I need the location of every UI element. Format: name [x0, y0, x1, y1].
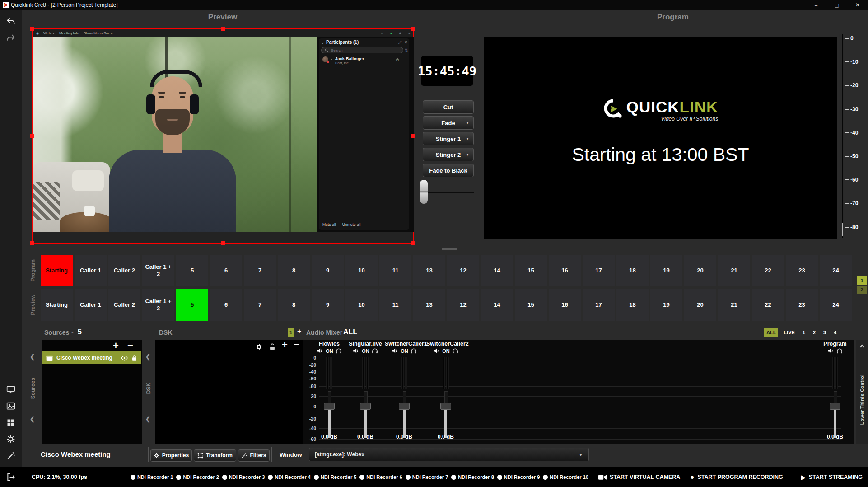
ndi-recorder-button[interactable]: NDI Recorder 8: [451, 474, 494, 480]
webex-status-icon[interactable]: ●: [390, 32, 392, 35]
matrix-preview-button[interactable]: Caller 1 + 2: [142, 289, 174, 321]
dsk-count-badge[interactable]: 1: [288, 328, 294, 337]
matrix-program-button[interactable]: 9: [312, 255, 344, 286]
resize-handle[interactable]: [221, 27, 225, 31]
matrix-program-button[interactable]: 11: [379, 255, 411, 286]
channel-controls[interactable]: ON: [426, 348, 465, 354]
source-item-selected[interactable]: Cisco Webex meeting: [42, 351, 141, 364]
resize-handle[interactable]: [30, 241, 34, 245]
matrix-preview-button[interactable]: 14: [481, 289, 513, 321]
matrix-preview-button[interactable]: 9: [312, 289, 344, 321]
matrix-program-button[interactable]: Starting: [41, 255, 73, 286]
matrix-preview-button[interactable]: 18: [616, 289, 649, 321]
matrix-preview-button[interactable]: Starting: [41, 289, 73, 321]
grid-layout-icon[interactable]: [6, 418, 15, 427]
matrix-program-button[interactable]: 21: [718, 255, 750, 286]
channel-fader[interactable]: [360, 391, 371, 439]
transform-button[interactable]: Transform: [194, 449, 236, 462]
matrix-preview-button[interactable]: 22: [752, 289, 784, 321]
dsk-add-button[interactable]: +: [297, 328, 301, 336]
matrix-preview-button[interactable]: 15: [515, 289, 547, 321]
webex-menu-icon[interactable]: ≡: [408, 32, 410, 35]
channel-on-toggle[interactable]: ON: [326, 348, 333, 354]
mixer-filter-1[interactable]: 1: [800, 328, 807, 337]
matrix-program-button[interactable]: Caller 1 + 2: [142, 255, 174, 286]
exit-icon[interactable]: [6, 473, 15, 482]
ndi-recorder-button[interactable]: NDI Recorder 4: [268, 474, 310, 480]
matrix-program-button[interactable]: 7: [244, 255, 276, 286]
matrix-program-button[interactable]: 5: [176, 255, 208, 286]
gear-icon[interactable]: [6, 435, 15, 444]
webex-menu-brand[interactable]: Webex: [43, 31, 55, 35]
collapse-left-icon[interactable]: ❮: [145, 416, 150, 422]
ndi-recorder-button[interactable]: NDI Recorder 7: [406, 474, 448, 480]
stinger2-button[interactable]: Stinger 2▼: [423, 148, 474, 161]
matrix-preview-button[interactable]: 21: [718, 289, 750, 321]
webex-menu-show-menu-bar[interactable]: Show Menu Bar ⌄: [84, 31, 113, 35]
window-capture-dropdown[interactable]: [atmgr.exe]: Webex ▼: [309, 448, 589, 461]
matrix-program-button[interactable]: 6: [210, 255, 242, 286]
popout-icon[interactable]: ⤢: [398, 40, 401, 45]
start-virtual-camera-button[interactable]: START VIRTUAL CAMERA: [598, 474, 680, 480]
matrix-page-badge-1[interactable]: 1: [857, 276, 867, 285]
search-input[interactable]: [330, 48, 395, 53]
matrix-preview-button[interactable]: 19: [650, 289, 682, 321]
channel-on-toggle[interactable]: ON: [401, 348, 408, 354]
ndi-recorder-button[interactable]: NDI Recorder 9: [497, 474, 540, 480]
channel-fader[interactable]: [324, 391, 335, 439]
fader-handle[interactable]: [360, 403, 371, 410]
unlock-icon[interactable]: [269, 343, 275, 351]
splitter-drag-handle[interactable]: [442, 248, 457, 250]
channel-fader[interactable]: [399, 391, 410, 439]
ndi-recorder-button[interactable]: NDI Recorder 1: [131, 474, 173, 480]
start-program-recording-button[interactable]: ● START PROGRAM RECORDING: [690, 474, 783, 480]
matrix-program-button[interactable]: 20: [684, 255, 716, 286]
filters-button[interactable]: Filters: [238, 449, 270, 462]
resize-handle[interactable]: [30, 27, 34, 31]
resize-handle[interactable]: [221, 241, 225, 245]
mixer-filter-2[interactable]: 2: [811, 328, 818, 337]
chevron-down-icon[interactable]: ▼: [466, 153, 469, 157]
gear-icon[interactable]: [256, 343, 263, 351]
webex-grid-icon[interactable]: #: [399, 32, 401, 35]
mute-all-button[interactable]: Mute all: [322, 222, 336, 227]
matrix-preview-button[interactable]: 11: [379, 289, 411, 321]
matrix-preview-button[interactable]: 24: [820, 289, 852, 321]
matrix-program-button[interactable]: 19: [650, 255, 682, 286]
unmute-all-button[interactable]: Unmute all: [342, 222, 361, 227]
preview-source-selection[interactable]: ◉ Webex Meeting Info Show Menu Bar ⌄ ○ ●…: [32, 28, 414, 244]
matrix-program-button[interactable]: 17: [583, 255, 615, 286]
matrix-program-button[interactable]: 23: [786, 255, 818, 286]
matrix-program-button[interactable]: 13: [413, 255, 445, 286]
matrix-program-button[interactable]: 18: [616, 255, 649, 286]
matrix-preview-button[interactable]: 23: [786, 289, 818, 321]
resize-handle[interactable]: [411, 241, 415, 245]
close-button[interactable]: ✕: [847, 0, 868, 10]
remove-dsk-button[interactable]: −: [294, 341, 299, 349]
matrix-preview-button[interactable]: Caller 2: [108, 289, 140, 321]
matrix-preview-button[interactable]: 12: [447, 289, 479, 321]
filter-icon[interactable]: ⇅: [405, 48, 408, 52]
chevron-down-icon[interactable]: ⌄: [321, 40, 325, 45]
chevron-down-icon[interactable]: ▼: [466, 137, 469, 141]
resize-handle[interactable]: [411, 27, 415, 31]
collapse-left-icon[interactable]: ❮: [30, 416, 35, 422]
fade-button[interactable]: Fade▼: [423, 116, 474, 130]
fader-handle[interactable]: [440, 403, 451, 410]
resize-handle[interactable]: [30, 134, 34, 138]
eye-icon[interactable]: [121, 356, 128, 361]
chevron-up-icon[interactable]: [859, 344, 865, 348]
matrix-preview-button[interactable]: 10: [345, 289, 378, 321]
mixer-filter-all[interactable]: ALL: [764, 328, 778, 337]
matrix-program-button[interactable]: 15: [515, 255, 547, 286]
stinger1-button[interactable]: Stinger 1▼: [423, 132, 474, 145]
undo-icon[interactable]: [6, 17, 15, 26]
matrix-program-button[interactable]: 12: [447, 255, 479, 286]
start-streaming-button[interactable]: ▶ START STREAMING: [801, 474, 863, 481]
tbar-track[interactable]: [423, 192, 474, 193]
matrix-program-button[interactable]: Caller 1: [75, 255, 107, 286]
properties-button[interactable]: Properties: [150, 449, 192, 462]
matrix-preview-button[interactable]: 5: [176, 289, 208, 321]
tbar-handle[interactable]: [420, 180, 428, 204]
redo-icon[interactable]: [6, 33, 15, 42]
